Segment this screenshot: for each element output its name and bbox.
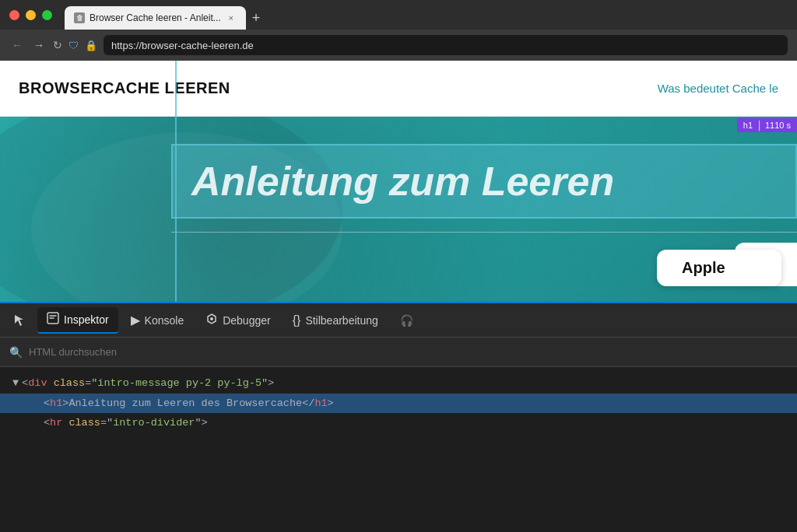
apple-button[interactable]: Apple (657, 250, 781, 286)
new-tab-button[interactable]: + (246, 6, 267, 30)
html-line-hr: <hr class="intro-divider" > (12, 413, 785, 433)
tab-stilbearbeitung[interactable]: {} Stilbearbeitung (283, 309, 388, 332)
konsole-icon: ▶ (131, 313, 140, 327)
close-button[interactable] (9, 10, 19, 20)
hero-heading: Anleitung zum Leeren (191, 158, 777, 205)
h1-badge: h1 │ 1110 s (737, 118, 797, 132)
tab-close-button[interactable]: × (226, 12, 237, 23)
search-icon: 🔍 (9, 346, 23, 359)
stilbearbeitung-icon: {} (293, 313, 301, 327)
devtools-search-bar: 🔍 (0, 338, 797, 367)
collapse-arrow[interactable]: ▼ (12, 375, 19, 392)
forward-button[interactable]: → (31, 39, 47, 51)
lock-icon: 🔒 (85, 40, 97, 51)
shield-icon: 🛡 (68, 40, 79, 51)
debugger-icon (205, 313, 218, 328)
address-bar: ← → ↻ 🛡 🔒 (0, 30, 797, 61)
html-line-div: ▼ <div class="intro-message py-2 py-lg-5… (12, 373, 785, 394)
svg-point-1 (210, 317, 213, 320)
address-input[interactable] (104, 35, 788, 55)
tab-inspektor[interactable]: Inspektor (37, 307, 118, 334)
maximize-button[interactable] (42, 10, 52, 20)
traffic-lights (9, 10, 52, 20)
hero-heading-box: Anleitung zum Leeren (171, 144, 797, 219)
browser-window: 🗑 Browser Cache leeren - Anleit... × + ←… (0, 0, 797, 501)
html-search-input[interactable] (29, 346, 788, 358)
back-button[interactable]: ← (9, 39, 25, 51)
tab-debugger[interactable]: Debugger (196, 308, 280, 333)
inspektor-label: Inspektor (64, 313, 109, 326)
browser-tab[interactable]: 🗑 Browser Cache leeren - Anleit... × (65, 6, 246, 30)
tab-konsole[interactable]: ▶ Konsole (121, 308, 194, 332)
debugger-label: Debugger (223, 314, 271, 327)
konsole-label: Konsole (145, 314, 184, 327)
hero-divider (171, 232, 797, 233)
site-header: BROWSERCACHE LEEREN Was bedeutet Cache l… (0, 61, 797, 117)
hero-section: h1 │ 1110 s Anleitung zum Leeren Apple (0, 117, 797, 302)
element-selector-button[interactable] (6, 308, 34, 333)
tab-favicon: 🗑 (74, 12, 85, 23)
audio-icon: 🎧 (400, 314, 413, 327)
html-line-h1[interactable]: <h1>Anleitung zum Leeren des Browsercach… (0, 394, 797, 414)
devtools-panel: Inspektor ▶ Konsole Debugger {} Stilbear… (0, 302, 797, 501)
stilbearbeitung-label: Stilbearbeitung (305, 314, 377, 327)
h1-width-label: │ 1110 s (757, 121, 791, 130)
site-logo: BROWSERCACHE LEEREN (19, 79, 230, 97)
site-nav[interactable]: Was bedeutet Cache le (658, 82, 778, 95)
minimize-button[interactable] (26, 10, 36, 20)
tab-label: Browser Cache leeren - Anleit... (90, 12, 221, 23)
devtools-toolbar: Inspektor ▶ Konsole Debugger {} Stilbear… (0, 303, 797, 338)
refresh-button[interactable]: ↻ (53, 39, 62, 51)
html-viewer: ▼ <div class="intro-message py-2 py-lg-5… (0, 367, 797, 439)
tab-audio[interactable]: 🎧 (391, 310, 423, 331)
inspektor-icon (47, 312, 59, 327)
website-content: BROWSERCACHE LEEREN Was bedeutet Cache l… (0, 61, 797, 302)
apple-button-label: Apple (682, 259, 725, 277)
h1-tag-label: h1 (743, 121, 753, 130)
tabs-bar: 🗑 Browser Cache leeren - Anleit... × + (65, 0, 788, 30)
title-bar: 🗑 Browser Cache leeren - Anleit... × + (0, 0, 797, 30)
